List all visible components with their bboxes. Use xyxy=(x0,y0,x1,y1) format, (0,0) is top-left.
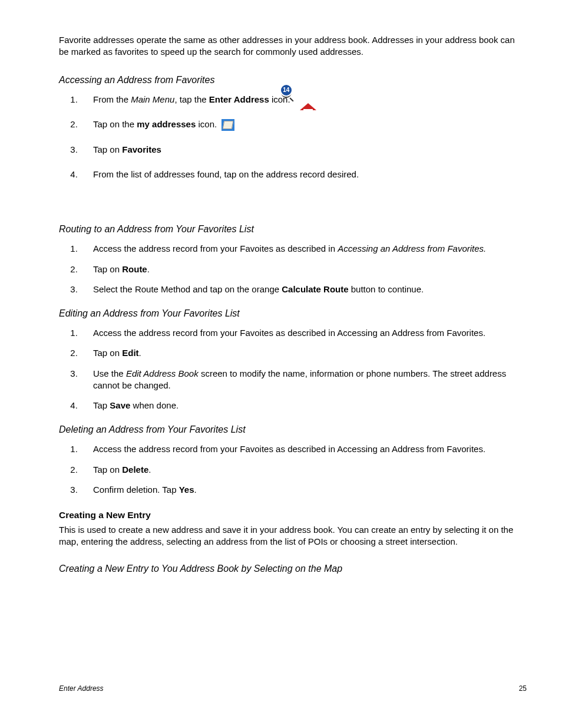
bold: Yes xyxy=(179,485,194,495)
bold: my addresses xyxy=(137,119,196,129)
step-text: button to continue. xyxy=(349,284,424,294)
steps-editing: Access the address record from your Favo… xyxy=(80,327,527,411)
step-text: . xyxy=(194,485,197,495)
intro-paragraph: Favorite addresses operate the same as o… xyxy=(59,34,527,58)
step: From the list of addresses found, tap on… xyxy=(80,169,527,180)
section-heading-deleting: Deleting an Address from Your Favorites … xyxy=(59,424,527,435)
step: Use the Edit Address Book screen to modi… xyxy=(80,368,527,392)
document-page: Favorite addresses operate the same as o… xyxy=(0,0,562,728)
step-text: Tap on the xyxy=(93,119,137,129)
step: Tap Save when done. xyxy=(80,400,527,411)
emphasis: Edit Address Book xyxy=(126,368,199,378)
step-text: , tap the xyxy=(174,94,209,104)
step-text: . xyxy=(148,465,151,475)
step-text: Access the address record from your Favo… xyxy=(93,243,338,253)
section-heading-editing: Editing an Address from Your Favorites L… xyxy=(59,308,527,319)
step-text: Use the xyxy=(93,368,126,378)
step-text: . xyxy=(139,348,141,358)
creating-paragraph: This is used to create a new address and… xyxy=(59,524,527,548)
step: Tap on Favorites xyxy=(80,144,527,156)
step-text: From the xyxy=(93,94,131,104)
step: Access the address record from your Favo… xyxy=(80,327,527,339)
emphasis: Accessing an Address from Favorites. xyxy=(338,243,486,253)
step-text: Tap on xyxy=(93,264,122,274)
step: Select the Route Method and tap on the o… xyxy=(80,284,527,295)
bold: Favorites xyxy=(122,144,161,154)
step-text: Tap on xyxy=(93,348,122,358)
footer-page-number: 25 xyxy=(519,684,527,693)
bold: Save xyxy=(110,400,130,410)
section-heading-creating: Creating a New Entry xyxy=(59,510,527,521)
step-text: . xyxy=(147,264,150,274)
bold: Enter Address xyxy=(209,94,269,104)
section-heading-routing: Routing to an Address from Your Favorite… xyxy=(59,224,527,235)
section-heading-creating-map: Creating a New Entry to You Address Book… xyxy=(59,564,527,574)
steps-routing: Access the address record from your Favo… xyxy=(80,243,527,295)
step-text: Tap on xyxy=(93,465,122,475)
footer-section-name: Enter Address xyxy=(59,684,104,693)
my-addresses-icon xyxy=(222,119,234,131)
step-text: Tap xyxy=(93,400,110,410)
step: Tap on the my addresses icon. xyxy=(80,118,527,131)
step-text: icon. xyxy=(196,119,217,129)
step: Tap on Edit. xyxy=(80,347,527,359)
step-text: Tap on xyxy=(93,144,122,154)
step: Tap on Delete. xyxy=(80,464,527,476)
bold: Route xyxy=(122,264,147,274)
step: Access the address record from your Favo… xyxy=(80,243,527,255)
bold: Calculate Route xyxy=(282,284,348,294)
step-text: when done. xyxy=(130,400,178,410)
step: Access the address record from your Favo… xyxy=(80,443,527,455)
step-text: Confirm deletion. Tap xyxy=(93,485,179,495)
steps-accessing: From the Main Menu, tap the Enter Addres… xyxy=(80,94,527,181)
page-footer: Enter Address 25 xyxy=(59,684,527,693)
steps-deleting: Access the address record from your Favo… xyxy=(80,443,527,496)
bold: Delete xyxy=(122,465,148,475)
bold: Edit xyxy=(122,348,138,358)
step: From the Main Menu, tap the Enter Addres… xyxy=(80,94,527,106)
emphasis: Main Menu xyxy=(131,94,174,104)
step: Tap on Route. xyxy=(80,263,527,275)
step: Confirm deletion. Tap Yes. xyxy=(80,484,527,496)
section-heading-accessing: Accessing an Address from Favorites xyxy=(59,75,527,85)
step-text: Select the Route Method and tap on the o… xyxy=(93,284,282,294)
